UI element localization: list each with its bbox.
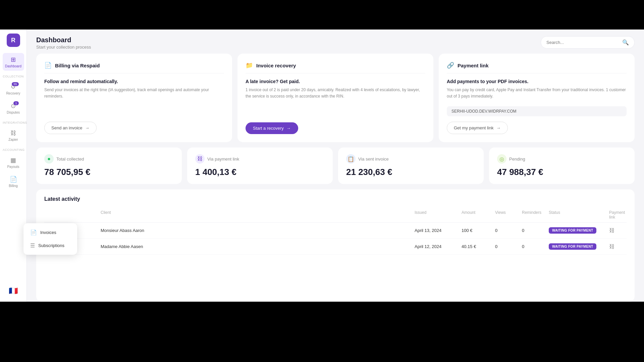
recovery-card-title: Invoice recovery (256, 63, 296, 68)
send-invoice-label: Send an invoice (51, 125, 83, 130)
billing-card-body: Follow and remind automatically. Send yo… (44, 79, 224, 115)
app-shell: R ⊞ Dashboard COLLECTION ↺ 55 Recovery ⊙… (0, 29, 644, 302)
row-amount: 40.15 € (459, 244, 492, 249)
page-header: Dashboard Start your collection process … (27, 29, 644, 54)
col-views: Views (492, 210, 519, 220)
sidebar-item-label: Recovery (6, 92, 20, 95)
row-link[interactable]: ⛓ (606, 228, 627, 234)
sidebar: R ⊞ Dashboard COLLECTION ↺ 55 Recovery ⊙… (0, 29, 27, 302)
recovery-badge: 55 (12, 82, 18, 86)
sidebar-item-dashboard[interactable]: ⊞ Dashboard (3, 53, 24, 71)
col-id (44, 210, 98, 220)
sidebar-item-label: Payouts (7, 165, 19, 169)
row-amount: 100 € (459, 228, 492, 233)
col-status: Status (546, 210, 606, 220)
row-views: 0 (492, 228, 519, 233)
row-link[interactable]: ⛓ (606, 244, 627, 250)
stats-row: ● Total collected 78 705,95 € ⛓ Via paym… (36, 147, 635, 184)
billing-card-title: Billing via Respaid (55, 63, 100, 68)
recovery-card-icon: 📁 (246, 62, 253, 69)
start-recovery-button[interactable]: Start a recovery → (246, 122, 298, 134)
collection-section-label: COLLECTION (0, 71, 26, 79)
dropdown-item-invoices[interactable]: 📄 Invoices (26, 226, 74, 239)
get-payment-link-label: Get my payment link (454, 125, 494, 130)
row-status: WAITING FOR PAYMENT (546, 227, 606, 234)
via-sent-invoice-value: 21 230,63 € (346, 167, 476, 177)
header-text: Dashboard Start your collection process (36, 36, 91, 50)
sidebar-item-zapier[interactable]: ⛓ Zapier (3, 126, 24, 144)
link-icon[interactable]: ⛓ (609, 228, 614, 233)
payment-link-card-footer: SERHII-UDOD.DEV.WIDRPAY.COM Get my payme… (447, 106, 627, 134)
payment-link-desc: You can pay by credit card, Apple Pay an… (447, 87, 627, 100)
sidebar-item-payouts[interactable]: ▦ Payouts (3, 154, 24, 171)
total-collected-icon: ● (44, 154, 54, 164)
pending-value: 47 988,37 € (497, 167, 627, 177)
invoices-icon: 📄 (30, 229, 37, 236)
domain-label: SERHII-UDOD.DEV.WIDRPAY.COM (447, 106, 627, 116)
logo[interactable]: R (7, 34, 20, 47)
table-row: XU3WQ5K Madame Abbie Aasen April 12, 202… (44, 239, 627, 255)
accounting-section-label: ACCOUNTING (0, 145, 26, 153)
cards-row: 📄 Billing via Respaid Follow and remind … (36, 54, 635, 142)
billing-card-headline: Follow and remind automatically. (44, 79, 224, 84)
col-amount: Amount (459, 210, 492, 220)
via-sent-invoice-icon: 📋 (346, 154, 356, 164)
top-bar (0, 0, 644, 29)
search-icon: 🔍 (622, 39, 629, 46)
recovery-card-desc: 1 invoice out of 2 is paid under 20 days… (246, 87, 425, 100)
payment-link-card-body: Add payments to your PDF invoices. You c… (447, 79, 627, 100)
integrations-section-label: INTEGRATIONS (0, 118, 26, 126)
card-header: 📄 Billing via Respaid (44, 62, 224, 73)
get-payment-link-button[interactable]: Get my payment link → (447, 122, 508, 134)
send-invoice-button[interactable]: Send an invoice → (44, 122, 97, 134)
billing-icon: 📄 (9, 175, 17, 183)
card-header: 📁 Invoice recovery (246, 62, 425, 73)
row-reminders: 0 (519, 244, 546, 249)
stat-via-payment-link: ⛓ Via payment link 1 400,13 € (187, 147, 333, 184)
sidebar-item-label: Billing (9, 184, 18, 188)
sidebar-item-recovery[interactable]: ↺ 55 Recovery (3, 80, 24, 98)
sidebar-item-disputes[interactable]: ⊙ 1 Disputes (3, 99, 24, 117)
link-icon[interactable]: ⛓ (609, 244, 614, 249)
sidebar-item-label: Dashboard (5, 64, 21, 68)
stat-header: 📋 Via sent invoice (346, 154, 476, 164)
pending-label: Pending (509, 157, 525, 162)
row-issued: April 13, 2024 (412, 228, 459, 233)
payment-link-headline: Add payments to your PDF invoices. (447, 79, 627, 84)
row-reminders: 0 (519, 228, 546, 233)
table-header: Client Issued Amount Views Reminders Sta… (44, 207, 627, 223)
activity-section: Latest activity Client Issued Amount Vie… (36, 189, 635, 302)
col-reminders: Reminders (519, 210, 546, 220)
billing-card-icon: 📄 (44, 62, 52, 69)
via-payment-link-label: Via payment link (207, 157, 239, 162)
status-badge: WAITING FOR PAYMENT (549, 227, 596, 234)
stat-via-sent-invoice: 📋 Via sent invoice 21 230,63 € (338, 147, 484, 184)
card-header: 🔗 Payment link (447, 62, 627, 73)
bottom-bar (0, 302, 644, 331)
recovery-card-footer: Start a recovery → (246, 122, 425, 134)
pending-icon: ◎ (497, 154, 506, 164)
col-client: Client (98, 210, 412, 220)
col-payment-link: Payment link (606, 210, 627, 220)
billing-card-desc: Send your invoices at the right time (IA… (44, 87, 224, 100)
col-issued: Issued (412, 210, 459, 220)
billing-card-footer: Send an invoice → (44, 122, 224, 134)
recovery-card-body: A late invoice? Get paid. 1 invoice out … (246, 79, 425, 116)
dropdown-item-subscriptions[interactable]: ☰ Subscriptions (26, 239, 74, 252)
row-issued: April 12, 2024 (412, 244, 459, 249)
arrow-icon: → (85, 125, 90, 130)
via-payment-link-icon: ⛓ (195, 154, 205, 164)
arrow-icon: → (496, 125, 501, 130)
language-flag[interactable]: 🇫🇷 (8, 287, 19, 295)
stat-total-collected: ● Total collected 78 705,95 € (36, 147, 182, 184)
via-payment-link-value: 1 400,13 € (195, 167, 325, 177)
search-bar[interactable]: 🔍 (541, 36, 635, 49)
subscriptions-icon: ☰ (30, 242, 35, 249)
search-input[interactable] (546, 40, 620, 45)
sidebar-item-billing[interactable]: 📄 Billing (3, 173, 24, 190)
recovery-card: 📁 Invoice recovery A late invoice? Get p… (237, 54, 433, 142)
page-title: Dashboard (36, 36, 91, 44)
billing-dropdown: 📄 Invoices ☰ Subscriptions (23, 223, 77, 255)
arrow-icon: → (286, 126, 291, 131)
disputes-badge: 1 (13, 101, 18, 105)
